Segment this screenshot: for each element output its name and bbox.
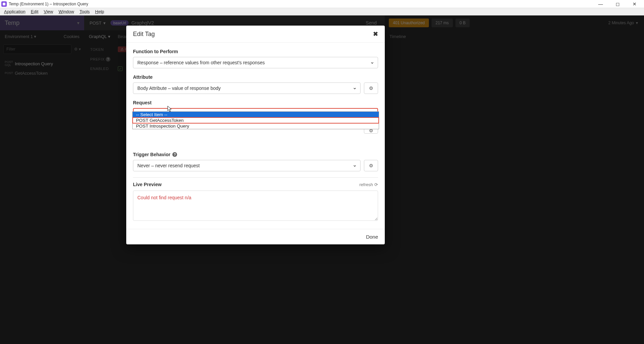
function-select[interactable]: Response – reference values from other r… xyxy=(133,57,378,68)
attribute-select[interactable]: Body Attribute – value of response body xyxy=(133,82,361,94)
gear-icon: ⚙ xyxy=(369,163,373,168)
menubar: Application Edit View Window Tools Help xyxy=(0,8,644,15)
titlebar: Temp (Environment 1) – Introspection Que… xyxy=(0,0,644,8)
window-title: Temp (Environment 1) – Introspection Que… xyxy=(9,2,88,6)
close-icon[interactable]: ✖ xyxy=(373,30,378,38)
minimize-button[interactable]: — xyxy=(595,1,606,7)
live-preview-label: Live Preview xyxy=(133,182,162,187)
refresh-icon: ⟳ xyxy=(374,182,378,187)
close-window-button[interactable]: ✕ xyxy=(629,1,640,7)
menu-window[interactable]: Window xyxy=(56,9,77,14)
trigger-select[interactable]: Never – never resend request xyxy=(133,160,361,171)
function-label: Function to Perform xyxy=(133,49,378,54)
gear-icon: ⚙ xyxy=(369,85,373,91)
dropdown-option-getaccesstoken[interactable]: POST GetAccessToken xyxy=(133,117,379,123)
request-label: Request xyxy=(133,100,378,105)
dropdown-option-placeholder[interactable]: -- Select Item -- xyxy=(133,112,379,117)
done-button[interactable]: Done xyxy=(366,234,378,240)
maximize-button[interactable]: ◻ xyxy=(612,1,623,7)
trigger-label: Trigger Behavior ? xyxy=(133,152,378,157)
attribute-label: Attribute xyxy=(133,74,378,80)
menu-tools[interactable]: Tools xyxy=(77,9,92,14)
menu-help[interactable]: Help xyxy=(93,9,107,14)
svg-rect-0 xyxy=(3,3,5,5)
modal-title: Edit Tag xyxy=(133,31,155,38)
dropdown-option-introspection[interactable]: POST Introspection Query xyxy=(133,123,379,129)
menu-view[interactable]: View xyxy=(41,9,56,14)
menu-edit[interactable]: Edit xyxy=(28,9,41,14)
trigger-settings-button[interactable]: ⚙ xyxy=(364,160,378,171)
live-preview-box: Could not find request n/a xyxy=(133,191,378,221)
refresh-button[interactable]: refresh ⟳ xyxy=(360,182,378,187)
preview-error-text: Could not find request n/a xyxy=(137,195,191,200)
help-icon[interactable]: ? xyxy=(172,152,177,157)
edit-tag-modal: Edit Tag ✖ Function to Perform Response … xyxy=(126,26,385,244)
app-icon xyxy=(1,1,7,7)
request-dropdown-list: -- Select Item -- POST GetAccessToken PO… xyxy=(132,111,379,129)
menu-application[interactable]: Application xyxy=(1,9,28,14)
attribute-settings-button[interactable]: ⚙ xyxy=(364,82,378,94)
